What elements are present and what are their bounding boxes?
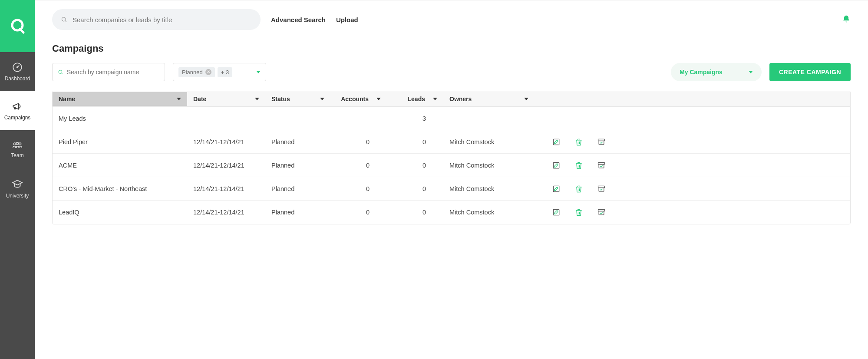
- column-leads[interactable]: Leads: [387, 92, 443, 106]
- delete-button[interactable]: [574, 138, 583, 146]
- svg-rect-23: [598, 186, 605, 188]
- delete-button[interactable]: [574, 161, 583, 170]
- remove-chip-icon[interactable]: ✕: [205, 69, 211, 75]
- notifications-button[interactable]: [842, 14, 851, 25]
- svg-point-6: [19, 143, 21, 145]
- page-title: Campaigns: [52, 43, 851, 54]
- chevron-down-icon: [256, 71, 261, 73]
- trash-icon: [574, 208, 583, 217]
- scope-dropdown[interactable]: My Campaigns: [671, 63, 762, 81]
- upload-link[interactable]: Upload: [336, 16, 358, 23]
- column-name[interactable]: Name: [53, 92, 187, 106]
- archive-button[interactable]: [597, 184, 606, 193]
- trash-icon: [574, 161, 583, 170]
- svg-line-11: [62, 73, 63, 74]
- archive-icon: [597, 138, 606, 146]
- svg-line-9: [65, 21, 66, 22]
- table-row[interactable]: CRO's - Mid-Market - Northeast12/14/21-1…: [53, 177, 850, 201]
- table-row[interactable]: ACME12/14/21-12/14/21Planned00Mitch Coms…: [53, 154, 850, 177]
- graduation-icon: [12, 179, 23, 190]
- cell-date: [187, 112, 265, 125]
- cell-date: 12/14/21-12/14/21: [187, 156, 265, 175]
- create-campaign-button[interactable]: CREATE CAMPAIGN: [769, 63, 851, 81]
- table-header: Name Date Status Accounts: [53, 91, 850, 107]
- sort-icon: [255, 98, 259, 100]
- cell-owners: Mitch Comstock: [443, 203, 535, 222]
- campaign-name-filter[interactable]: [52, 63, 165, 81]
- column-status[interactable]: Status: [265, 92, 330, 106]
- filter-row: Planned ✕ + 3 My Campaigns CREATE CAMPAI…: [52, 63, 851, 81]
- svg-point-7: [16, 142, 18, 145]
- advanced-search-link[interactable]: Advanced Search: [271, 16, 326, 23]
- column-date[interactable]: Date: [187, 92, 265, 106]
- edit-icon: [552, 208, 561, 217]
- scope-label: My Campaigns: [680, 69, 723, 76]
- cell-accounts: [330, 112, 387, 125]
- cell-name: CRO's - Mid-Market - Northeast: [53, 179, 187, 198]
- sort-icon: [376, 98, 381, 100]
- status-more-chip[interactable]: + 3: [218, 67, 232, 77]
- table-row[interactable]: My Leads3: [53, 107, 850, 130]
- sidebar: Dashboard Campaigns Team University: [0, 0, 35, 359]
- cell-name: My Leads: [53, 109, 187, 128]
- cell-leads: 0: [387, 156, 443, 175]
- edit-button[interactable]: [552, 184, 561, 193]
- status-chip[interactable]: Planned ✕: [178, 67, 215, 77]
- cell-status: Planned: [265, 203, 330, 222]
- global-search[interactable]: [52, 9, 261, 30]
- cell-date: 12/14/21-12/14/21: [187, 132, 265, 152]
- sidebar-item-label: Team: [11, 152, 23, 158]
- cell-owners: Mitch Comstock: [443, 156, 535, 175]
- edit-icon: [552, 138, 561, 146]
- sidebar-item-campaigns[interactable]: Campaigns: [0, 91, 35, 130]
- table-row[interactable]: Pied Piper12/14/21-12/14/21Planned00Mitc…: [53, 130, 850, 154]
- archive-button[interactable]: [597, 138, 606, 146]
- archive-icon: [597, 184, 606, 193]
- cell-owners: Mitch Comstock: [443, 132, 535, 152]
- edit-icon: [552, 161, 561, 170]
- sort-icon: [320, 98, 324, 100]
- table-row[interactable]: LeadIQ12/14/21-12/14/21Planned00Mitch Co…: [53, 201, 850, 224]
- team-icon: [12, 141, 23, 150]
- column-accounts[interactable]: Accounts: [330, 92, 387, 106]
- edit-button[interactable]: [552, 161, 561, 170]
- cell-actions: [535, 132, 850, 152]
- campaign-name-input[interactable]: [67, 69, 159, 76]
- sort-icon: [177, 98, 181, 100]
- edit-button[interactable]: [552, 208, 561, 217]
- sidebar-item-label: Dashboard: [5, 76, 30, 82]
- delete-button[interactable]: [574, 208, 583, 217]
- status-filter[interactable]: Planned ✕ + 3: [173, 63, 266, 81]
- logo[interactable]: [0, 0, 35, 52]
- brand-logo-icon: [9, 17, 26, 35]
- sidebar-item-label: Campaigns: [4, 115, 31, 121]
- sidebar-item-dashboard[interactable]: Dashboard: [0, 52, 35, 91]
- cell-date: 12/14/21-12/14/21: [187, 179, 265, 198]
- svg-rect-19: [598, 162, 605, 164]
- column-owners[interactable]: Owners: [443, 92, 535, 106]
- sidebar-item-team[interactable]: Team: [0, 130, 35, 169]
- svg-point-5: [13, 143, 16, 145]
- cell-accounts: 0: [330, 203, 387, 222]
- svg-point-8: [62, 17, 66, 21]
- sort-icon: [433, 98, 437, 100]
- global-search-input[interactable]: [73, 16, 252, 23]
- archive-icon: [597, 161, 606, 170]
- cell-name: ACME: [53, 156, 187, 175]
- delete-button[interactable]: [574, 184, 583, 193]
- sidebar-item-university[interactable]: University: [0, 169, 35, 208]
- archive-icon: [597, 208, 606, 217]
- cell-name: Pied Piper: [53, 132, 187, 152]
- search-icon: [58, 69, 63, 75]
- sort-icon: [524, 98, 528, 100]
- archive-button[interactable]: [597, 161, 606, 170]
- campaigns-table: Name Date Status Accounts: [52, 91, 851, 224]
- column-actions: [535, 96, 850, 102]
- svg-line-1: [20, 29, 23, 33]
- topbar: Advanced Search Upload: [35, 0, 868, 39]
- svg-point-4: [17, 67, 18, 68]
- edit-button[interactable]: [552, 138, 561, 146]
- chevron-down-icon: [749, 71, 753, 73]
- cell-actions: [535, 178, 850, 199]
- archive-button[interactable]: [597, 208, 606, 217]
